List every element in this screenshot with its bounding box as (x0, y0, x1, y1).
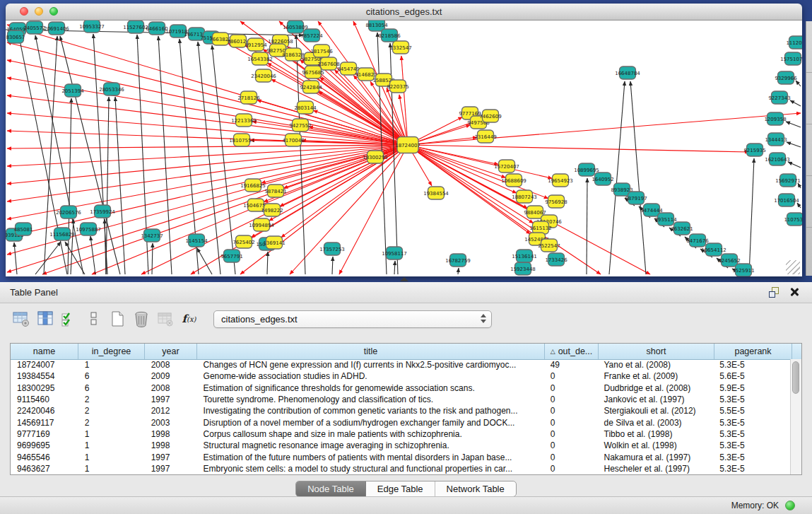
table-cell[interactable]: 2 (78, 418, 145, 428)
network-canvas[interactable]: 1640595240557220691406109533271152760264… (6, 21, 802, 276)
graph-node[interactable]: 9227343 (768, 91, 790, 104)
table-cell[interactable]: 22420046 (11, 406, 78, 416)
table-mode-icon[interactable] (11, 310, 30, 329)
graph-node[interactable]: 2718126 (237, 91, 260, 104)
table-cell[interactable]: 0 (544, 464, 598, 474)
graph-node[interactable]: 16648784 (615, 66, 640, 79)
column-header-year[interactable]: year (145, 344, 197, 359)
table-cell[interactable]: 2003 (145, 418, 197, 428)
graph-node[interactable]: 1112096 (786, 36, 802, 49)
graph-node[interactable]: 7857224 (300, 29, 323, 42)
table-cell[interactable]: Changes of HCN gene expression and I(f) … (197, 360, 544, 370)
delete-table-icon[interactable] (155, 310, 175, 329)
delete-column-icon[interactable] (131, 310, 151, 329)
table-row[interactable]: 946362711997Embryonic stem cells: a mode… (11, 463, 791, 474)
table-cell[interactable]: 2009 (145, 371, 197, 381)
graph-node[interactable]: 6466160 (146, 22, 167, 35)
show-columns-icon[interactable] (35, 310, 54, 329)
new-column-icon[interactable] (107, 310, 126, 329)
graph-node[interactable]: 1107533 (784, 213, 802, 226)
table-vertical-scrollbar[interactable] (790, 359, 801, 474)
table-cell[interactable]: 2008 (145, 383, 197, 393)
graph-node[interactable]: 9242844 (300, 81, 322, 93)
table-cell[interactable]: 1998 (145, 440, 197, 450)
scrollbar-thumb[interactable] (792, 361, 799, 394)
table-cell[interactable]: 1 (78, 452, 145, 462)
graph-node[interactable]: 18724007 (395, 137, 420, 153)
graph-node[interactable]: 1344413 (765, 133, 787, 146)
select-all-checks-icon[interactable] (59, 310, 78, 329)
table-cell[interactable]: 2012 (145, 406, 197, 416)
graph-node[interactable]: 9756928 (545, 195, 567, 208)
close-panel-icon[interactable] (789, 287, 799, 297)
table-cell[interactable]: 5.3E-5 (713, 440, 791, 450)
table-cell[interactable]: 0 (544, 406, 598, 416)
table-cell[interactable]: 18300295 (11, 383, 78, 393)
table-cell[interactable]: de Silva et al. (2003) (598, 418, 714, 428)
splitter-handle[interactable] (400, 277, 408, 281)
graph-node[interactable]: 2522547 (538, 239, 560, 252)
table-cell[interactable]: 6 (78, 371, 145, 381)
graph-node[interactable]: 10688609 (501, 174, 526, 187)
table-cell[interactable]: 6 (78, 383, 145, 393)
graph-node[interactable]: 19384554 (423, 187, 449, 199)
table-cell[interactable]: Yano et al. (2008) (598, 360, 714, 370)
column-header-name[interactable]: name (11, 344, 78, 359)
table-row[interactable]: 2242004622012Investigating the contribut… (11, 405, 791, 416)
table-cell[interactable]: 1 (78, 360, 145, 370)
table-cell[interactable]: Embryonic stem cells: a model to study s… (197, 464, 544, 474)
table-cell[interactable]: 0 (544, 429, 598, 439)
graph-node[interactable]: 1498222 (261, 204, 283, 216)
graph-node[interactable]: 18807243 (512, 190, 537, 203)
graph-node[interactable]: 7632621 (671, 222, 693, 235)
graph-node[interactable]: 20691406 (44, 22, 69, 35)
graph-node[interactable]: 8220375 (387, 80, 408, 93)
table-cell[interactable]: Corpus callosum shape and size in male p… (197, 429, 544, 439)
graph-node[interactable]: 2935114 (654, 213, 677, 226)
table-cell[interactable]: 0 (544, 383, 598, 393)
table-cell[interactable]: 1 (78, 440, 145, 450)
graph-node[interactable]: 18107554 (229, 134, 254, 146)
table-cell[interactable]: 0 (544, 418, 598, 428)
window-resize-grip[interactable] (786, 260, 800, 274)
column-header-title[interactable]: title (197, 344, 545, 359)
graph-node[interactable]: 1817546 (310, 45, 333, 57)
table-cell[interactable]: Estimation of the future numbers of pati… (197, 452, 544, 462)
tab-edge-table[interactable]: Edge Table (365, 481, 435, 496)
graph-node[interactable]: 8471676 (686, 234, 709, 247)
graph-node[interactable]: 1342737 (141, 229, 163, 242)
table-cell[interactable]: 49 (544, 360, 598, 370)
graph-node[interactable]: 9657791 (220, 250, 242, 262)
table-cell[interactable]: 18724007 (11, 360, 78, 370)
table-row[interactable]: 969969511998Structural magnetic resonanc… (11, 440, 791, 451)
function-builder-icon[interactable]: f(x) (180, 310, 199, 329)
table-cell[interactable]: Structural magnetic resonance image aver… (197, 440, 544, 450)
graph-node[interactable]: 11156829 (49, 228, 75, 240)
table-cell[interactable]: 5.3E-5 (713, 360, 791, 370)
graph-node[interactable]: 1640952 (592, 173, 613, 185)
graph-node[interactable]: 7462609 (479, 110, 501, 122)
graph-node[interactable]: 15692971 (775, 174, 801, 187)
table-cell[interactable]: 1998 (145, 429, 197, 439)
table-cell[interactable]: 5.5E-5 (713, 406, 791, 416)
column-header-in_degree[interactable]: in_degree (78, 344, 145, 359)
graph-node[interactable]: 4170046 (282, 134, 305, 146)
table-row[interactable]: 946554611997Estimation of the future num… (11, 451, 791, 462)
table-cell[interactable]: Investigating the contribution of common… (197, 406, 544, 416)
graph-node[interactable]: 2405572 (23, 21, 45, 34)
graph-node[interactable]: 9525911 (732, 264, 754, 276)
table-cell[interactable]: 0 (544, 371, 598, 381)
column-header-out_de[interactable]: △out_de... (545, 344, 599, 359)
graph-node[interactable]: 9329966 (775, 71, 797, 84)
table-cell[interactable]: 0 (544, 440, 598, 450)
network-window-titlebar[interactable]: citations_edges.txt (6, 4, 802, 21)
graph-node[interactable]: 9218586 (378, 29, 401, 42)
table-cell[interactable]: 5.3E-5 (713, 464, 791, 474)
graph-node[interactable]: 15751074 (780, 52, 802, 65)
table-cell[interactable]: 0 (544, 395, 598, 404)
graph-node[interactable]: 15923448 (510, 262, 536, 275)
table-row[interactable]: 1830029562008Estimation of significance … (11, 382, 791, 394)
table-cell[interactable]: 9463627 (11, 464, 78, 474)
table-cell[interactable]: 1 (78, 429, 145, 439)
table-cell[interactable]: Tourette syndrome. Phenomenology and cla… (197, 395, 544, 404)
